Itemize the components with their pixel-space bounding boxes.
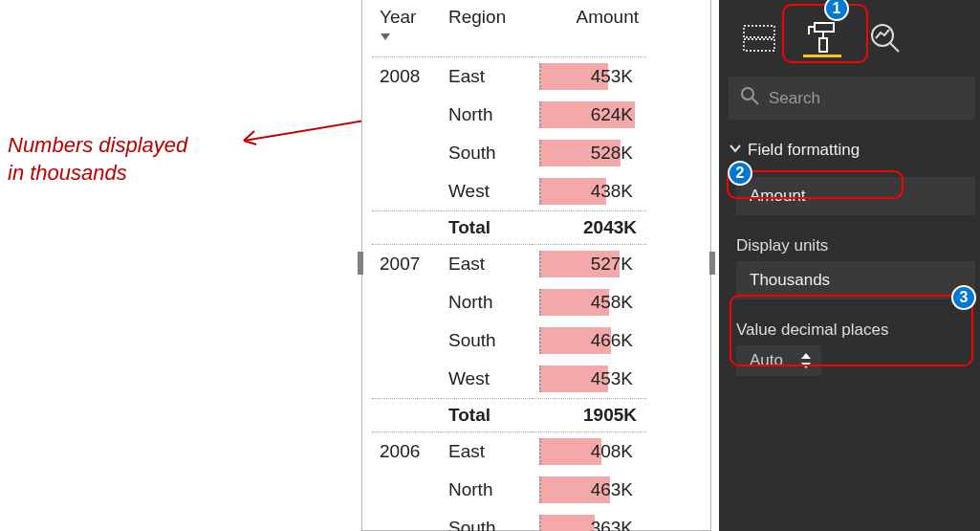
callout-badge-3: 3	[951, 285, 976, 310]
year-header-label: Year	[380, 7, 416, 27]
display-units-label: Display units	[736, 232, 975, 261]
amount-cell: 453K	[532, 57, 646, 97]
table-row[interactable]: West453K	[372, 360, 646, 399]
column-header-year[interactable]: Year	[372, 1, 441, 57]
region-cell: South	[441, 321, 532, 360]
total-amount: 1905K	[532, 399, 646, 432]
table-row[interactable]: North624K	[372, 96, 646, 134]
region-cell: West	[441, 172, 532, 211]
fields-tab-icon[interactable]	[740, 19, 778, 57]
decimal-places-stepper[interactable]: Auto	[736, 345, 821, 376]
amount-cell: 458K	[532, 283, 646, 321]
display-units-group: Display units Thousands	[736, 232, 975, 299]
year-cell: 2007	[372, 245, 441, 284]
year-cell: 2008	[372, 57, 441, 97]
region-cell: South	[441, 134, 532, 172]
region-cell: East	[441, 432, 532, 472]
region-cell: North	[441, 471, 532, 509]
table-row[interactable]: North463K	[372, 471, 646, 509]
amount-cell: 363K	[532, 509, 646, 531]
amount-cell: 408K	[532, 432, 646, 472]
pane-tabs	[719, 0, 980, 67]
callout-badge-2: 2	[728, 161, 752, 186]
year-cell	[372, 172, 441, 211]
resize-handle-left[interactable]	[358, 252, 363, 275]
region-header-label: Region	[448, 7, 506, 27]
decimal-places-label: Value decimal places	[736, 317, 975, 345]
svg-rect-0	[744, 26, 774, 37]
annotation-label: Numbers displayed in thousands	[8, 132, 187, 187]
svg-point-7	[742, 88, 753, 100]
year-cell	[372, 509, 441, 531]
table-row[interactable]: 2006East408K	[372, 432, 646, 472]
total-label: Total	[441, 211, 532, 245]
annotation-line2: in thousands	[8, 161, 127, 185]
decimal-places-group: Value decimal places Auto	[736, 317, 975, 376]
chevron-down-icon	[729, 141, 742, 160]
region-cell: North	[441, 283, 532, 321]
matrix-visual[interactable]: Year Region Amount 2008East453KNorth624K…	[361, 0, 711, 531]
amount-header-label: Amount	[577, 7, 639, 27]
region-cell: South	[441, 509, 532, 531]
section-field-formatting[interactable]: Field formatting	[719, 133, 980, 167]
region-cell: North	[441, 96, 532, 134]
year-cell: 2006	[372, 432, 441, 472]
total-row[interactable]: Total1905K	[372, 399, 646, 432]
svg-point-5	[872, 25, 893, 46]
year-cell	[372, 283, 441, 321]
field-selector[interactable]: Amount	[736, 177, 975, 215]
column-header-amount[interactable]: Amount	[532, 1, 646, 57]
decimal-places-value: Auto	[750, 351, 783, 370]
table-row[interactable]: South528K	[372, 134, 646, 172]
table-row[interactable]: South363K	[372, 509, 646, 531]
year-cell	[372, 471, 441, 509]
year-cell	[372, 360, 441, 399]
region-cell: East	[441, 57, 532, 97]
annotation-line1: Numbers displayed	[8, 133, 187, 157]
amount-cell: 527K	[532, 245, 646, 284]
amount-cell: 624K	[532, 96, 646, 134]
svg-line-8	[752, 99, 758, 104]
display-units-value: Thousands	[750, 271, 830, 289]
amount-cell: 438K	[532, 172, 646, 211]
svg-rect-4	[819, 38, 827, 52]
region-cell: East	[441, 245, 532, 284]
search-icon	[740, 86, 759, 110]
format-pane: Field formatting Amount Display units Th…	[719, 0, 980, 531]
amount-cell: 463K	[532, 471, 646, 509]
format-tab-icon[interactable]	[803, 19, 841, 57]
sort-desc-icon[interactable]	[380, 26, 433, 47]
total-amount: 2043K	[532, 211, 646, 245]
table-row[interactable]: 2008East453K	[372, 57, 646, 97]
search-input[interactable]	[769, 89, 971, 108]
table-row[interactable]: West438K	[372, 172, 646, 211]
section-title-label: Field formatting	[748, 141, 860, 160]
amount-cell: 466K	[532, 321, 646, 360]
analytics-tab-icon[interactable]	[866, 19, 904, 57]
stepper-arrows-icon[interactable]	[800, 352, 812, 369]
table-row[interactable]: 2007East527K	[372, 245, 646, 284]
year-cell	[372, 134, 441, 172]
field-selector-value: Amount	[750, 187, 806, 205]
year-cell	[372, 321, 441, 360]
column-header-region[interactable]: Region	[441, 1, 532, 57]
region-cell: West	[441, 360, 532, 399]
table-row[interactable]: South466K	[372, 321, 646, 360]
table-row[interactable]: North458K	[372, 283, 646, 321]
svg-rect-2	[815, 23, 834, 32]
total-row[interactable]: Total2043K	[372, 211, 646, 245]
resize-handle-right[interactable]	[709, 252, 715, 275]
year-cell	[372, 96, 441, 134]
display-units-dropdown[interactable]: Thousands	[736, 261, 975, 299]
matrix-table: Year Region Amount 2008East453KNorth624K…	[372, 1, 646, 531]
total-label: Total	[441, 399, 532, 432]
amount-cell: 453K	[532, 360, 646, 399]
amount-cell: 528K	[532, 134, 646, 172]
search-box[interactable]	[729, 77, 975, 120]
svg-rect-1	[744, 39, 774, 51]
svg-line-6	[890, 43, 899, 52]
